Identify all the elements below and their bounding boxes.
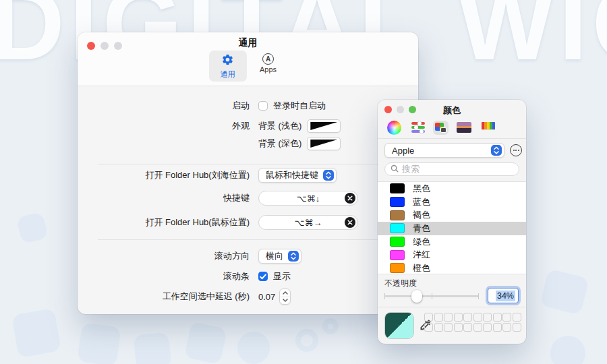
mouse-hotkey-field[interactable]: ⌥⌘→ — [258, 215, 358, 230]
hotkey-row: 快捷键 ⌥⌘↓ — [78, 190, 418, 206]
color-list-item[interactable]: 绿色 — [378, 235, 526, 249]
scroll-direction-dropdown[interactable]: 横向 — [258, 249, 301, 264]
color-list-item[interactable]: 洋红 — [378, 248, 526, 262]
opacity-value: 34% — [496, 291, 515, 301]
color-list-item[interactable]: 橙色 — [378, 262, 526, 274]
background-light-swatch-button[interactable] — [307, 119, 341, 133]
workspace-delay-stepper[interactable] — [279, 289, 291, 305]
show-scrollbar-checkbox[interactable] — [258, 272, 268, 281]
color-swatch — [390, 237, 405, 247]
background-app-icon — [550, 336, 585, 364]
color-wheel-tab[interactable] — [385, 119, 403, 137]
current-color-well[interactable] — [384, 312, 414, 339]
preferences-tab-bar: 通用 A Apps — [78, 51, 418, 82]
workspace-delay-row: 工作空间选中延迟 (秒) 0.07 — [78, 289, 418, 305]
startup-label: 启动 — [78, 100, 250, 112]
swatch-slot[interactable] — [493, 313, 502, 322]
notch-trigger-dropdown[interactable]: 鼠标和快捷键 — [258, 168, 337, 183]
opacity-label: 不透明度 — [384, 278, 417, 289]
color-palettes-tab[interactable] — [433, 121, 449, 135]
color-swatch — [390, 197, 405, 207]
divider — [378, 307, 526, 307]
open-folder-hub-mouse-label: 打开 Folder Hub(鼠标位置) — [78, 216, 250, 229]
swatch-slot[interactable] — [434, 313, 443, 322]
swatch-slot[interactable] — [513, 313, 521, 322]
color-name: 绿色 — [413, 236, 430, 248]
show-scrollbar-label: 显示 — [273, 270, 291, 282]
swatch-slot[interactable] — [463, 323, 472, 332]
color-list: 黑色 蓝色 褐色 青色 绿色 洋红 橙色 — [378, 181, 526, 274]
background-dark-label: 背景 (深色) — [258, 138, 301, 150]
color-list-item[interactable]: 褐色 — [378, 208, 526, 222]
scroll-direction-row: 滚动方向 横向 — [78, 248, 418, 264]
pencils-tab[interactable] — [480, 120, 497, 135]
hotkey-label: 快捷键 — [78, 192, 250, 204]
swatch-slot[interactable] — [502, 323, 511, 332]
swatch-slot[interactable] — [434, 323, 443, 332]
swatch-slot[interactable] — [473, 313, 482, 322]
stepper-down-icon[interactable] — [280, 297, 290, 305]
appearance-dark-row: 背景 (深色) — [78, 135, 418, 152]
opacity-slider-knob[interactable] — [411, 290, 422, 303]
divider — [378, 138, 526, 139]
color-list-item[interactable]: 青色 — [378, 222, 526, 235]
swatch-slot[interactable] — [483, 313, 492, 322]
color-sliders-icon — [411, 122, 425, 133]
swatch-slot[interactable] — [444, 323, 453, 332]
swatch-slot[interactable] — [473, 323, 482, 332]
swatch-slot[interactable] — [454, 313, 463, 322]
swatch-slot[interactable] — [424, 323, 433, 332]
color-name: 黑色 — [413, 183, 430, 195]
tab-apps[interactable]: A Apps — [250, 51, 287, 82]
color-swatch — [390, 263, 405, 273]
background-app-icon — [16, 212, 49, 244]
color-search-field[interactable]: 搜索 — [384, 162, 519, 176]
clear-hotkey-button[interactable] — [345, 193, 355, 204]
background-app-icon — [184, 322, 227, 364]
swatch-slot[interactable] — [454, 323, 463, 332]
swatch-slot[interactable] — [502, 313, 511, 322]
swatch-slot[interactable] — [463, 313, 472, 322]
background-app-icon — [11, 308, 61, 358]
palette-list-dropdown[interactable]: Apple — [384, 143, 504, 158]
background-gear-icon — [295, 329, 318, 352]
tab-general[interactable]: 通用 — [209, 51, 247, 82]
clear-mouse-hotkey-button[interactable] — [345, 217, 355, 228]
color-palettes-icon — [435, 123, 446, 133]
launch-at-login-checkbox[interactable] — [258, 101, 268, 111]
chevron-up-down-icon — [288, 251, 299, 262]
workspace-delay-label: 工作空间选中延迟 (秒) — [78, 291, 250, 303]
background-dark-swatch-button[interactable] — [307, 137, 341, 150]
general-preferences-window: 通用 通用 A Apps 启动 登录时自启动 外观 背景 (浅 — [78, 32, 418, 314]
color-swatch — [390, 223, 405, 233]
gradient-wedge-icon — [310, 140, 337, 148]
color-list-item[interactable]: 蓝色 — [378, 195, 526, 209]
palette-list-value: Apple — [392, 146, 486, 156]
workspace-delay-value: 0.07 — [258, 292, 275, 302]
tab-apps-label: Apps — [260, 65, 277, 73]
hotkey-value: ⌥⌘↓ — [297, 193, 320, 204]
saved-swatches-grid — [424, 313, 521, 332]
startup-row: 启动 登录时自启动 — [78, 98, 418, 114]
color-swatch — [390, 183, 405, 193]
opacity-value-field[interactable]: 34% — [488, 288, 519, 303]
swatch-slot[interactable] — [513, 323, 521, 332]
colors-panel-title: 颜色 — [378, 104, 526, 117]
swatch-slot[interactable] — [493, 323, 502, 332]
color-name: 蓝色 — [413, 196, 430, 208]
stepper-up-icon[interactable] — [280, 289, 290, 297]
open-folder-hub-notch-label: 打开 Folder Hub(刘海位置) — [78, 169, 250, 181]
opacity-slider[interactable] — [384, 289, 479, 303]
color-name: 橙色 — [413, 262, 430, 274]
palette-options-button[interactable] — [510, 144, 522, 156]
gear-icon — [221, 53, 234, 69]
scrollbar-label: 滚动条 — [78, 270, 250, 282]
image-palettes-tab[interactable] — [455, 120, 473, 135]
swatch-slot[interactable] — [424, 313, 433, 322]
color-sliders-tab[interactable] — [409, 120, 427, 135]
search-placeholder: 搜索 — [402, 163, 420, 175]
color-list-item[interactable]: 黑色 — [378, 182, 526, 195]
swatch-slot[interactable] — [483, 323, 492, 332]
hotkey-field[interactable]: ⌥⌘↓ — [258, 191, 358, 206]
swatch-slot[interactable] — [444, 313, 453, 322]
